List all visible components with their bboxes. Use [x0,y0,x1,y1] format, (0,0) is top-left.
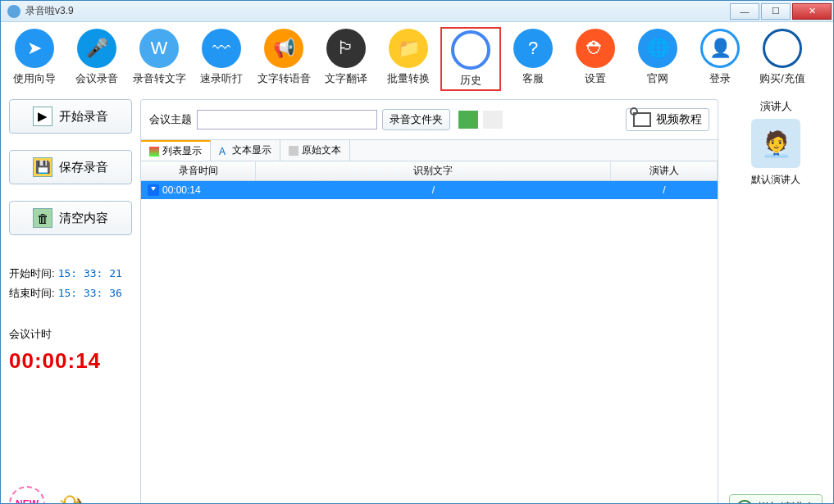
tab-raw-view[interactable]: 原始文本 [280,140,350,161]
toolbar-label: 登录 [709,71,731,86]
meeting-topic-input[interactable] [197,110,377,129]
minimize-button[interactable]: — [730,3,759,20]
title-bar: 录音啦v3.9 — ☐ ✕ [1,1,833,22]
login-button-icon: 👤 [700,29,740,68]
purchase-button[interactable]: $购买/充值 [752,27,813,91]
recording-folder-button[interactable]: 录音文件夹 [382,109,450,130]
batch-convert-button-icon: 📁 [389,29,428,68]
col-time: 录音时间 [141,161,256,180]
toolbar-label: 客服 [522,71,544,86]
start-time-label: 开始时间: [9,267,55,279]
save-icon: 💾 [33,157,52,177]
batch-convert-button[interactable]: 📁批量转换 [378,27,439,91]
website-button-icon: 🌐 [638,29,677,68]
close-button[interactable]: ✕ [792,3,832,20]
meeting-timer-value: 00:00:14 [9,348,132,374]
list-icon [149,147,159,157]
start-recording-button[interactable]: ▶开始录音 [9,99,132,134]
audio-to-text-button[interactable]: W录音转文字 [129,27,189,91]
toolbar-label: 速录听打 [200,71,243,86]
tab-text-view[interactable]: A文本显示 [211,140,280,161]
speaker-avatar[interactable]: 🧑‍💼 [751,119,800,168]
meeting-timer-label: 会议计时 [9,327,132,342]
translate-button[interactable]: 🏳文字翻译 [316,27,376,91]
end-time-label: 结束时间: [9,287,55,299]
shorthand-button[interactable]: 〰速录听打 [191,27,252,91]
play-icon: ▶ [33,107,52,126]
toolbar-label: 使用向导 [13,71,56,86]
table-header: 录音时间 识别文字 演讲人 [141,161,718,181]
clear-content-button[interactable]: 🗑清空内容 [9,201,132,235]
guide-button-icon: ➤ [15,29,54,68]
right-panel: 演讲人 🧑‍💼 默认演讲人 +增加演讲人 [727,99,825,504]
record-meeting-button-icon: 🎤 [77,29,116,68]
toolbar-label: 购买/充值 [759,71,805,86]
history-button[interactable]: ↻历史 [440,27,501,91]
plus-icon: + [736,500,753,504]
maximize-button[interactable]: ☐ [761,3,791,20]
download-icon [148,184,159,196]
toolbar-label: 会议录音 [75,71,118,86]
toolbar-label: 录音转文字 [133,71,186,86]
left-panel: ▶开始录音 💾保存录音 🗑清空内容 开始时间:15: 33: 21 结束时间:1… [9,99,132,504]
color-swatch-grey[interactable] [483,111,503,129]
video-tutorial-button[interactable]: 视频教程 [626,108,709,131]
add-speaker-button[interactable]: +增加演讲人 [729,494,823,504]
toolbar-label: 批量转换 [387,71,430,86]
purchase-button-icon: $ [763,29,802,68]
col-recognized: 识别文字 [256,161,611,180]
audio-to-text-button-icon: W [139,29,179,68]
table-body: 00:00:14// [141,181,718,504]
text-to-speech-button[interactable]: 📢文字转语音 [253,27,314,91]
toolbar-label: 文字转语音 [257,71,311,86]
col-speaker: 演讲人 [611,161,718,180]
record-meeting-button[interactable]: 🎤会议录音 [66,27,127,91]
center-panel: 会议主题 录音文件夹 视频教程 列表显示 A文本显示 原始文本 录音时间 识别文… [140,99,718,504]
settings-button[interactable]: ⛑设置 [565,27,626,91]
main-toolbar: ➤使用向导🎤会议录音W录音转文字〰速录听打📢文字转语音🏳文字翻译📁批量转换↻历史… [1,22,833,94]
tab-list-view[interactable]: 列表显示 [141,140,211,161]
color-swatch-green[interactable] [458,111,478,129]
toolbar-label: 官网 [647,71,668,86]
app-icon [7,5,21,18]
save-recording-button[interactable]: 💾保存录音 [9,150,132,184]
speaker-panel-title: 演讲人 [760,99,792,114]
shorthand-button-icon: 〰 [202,29,241,68]
window-title: 录音啦v3.9 [25,4,728,18]
raw-icon [289,146,299,156]
text-icon: A [219,146,229,156]
settings-button-icon: ⛑ [576,29,615,68]
default-speaker-label: 默认演讲人 [751,173,800,187]
table-row[interactable]: 00:00:14// [141,181,718,199]
support-button[interactable]: ?客服 [503,27,563,91]
new-badge-icon[interactable]: NEW [9,486,45,504]
start-time-value: 15: 33: 21 [58,267,122,279]
guide-button[interactable]: ➤使用向导 [4,27,65,91]
camera-icon [633,112,651,127]
login-button[interactable]: 👤登录 [690,27,750,91]
end-time-value: 15: 33: 36 [58,287,122,299]
toolbar-label: 文字翻译 [325,71,367,86]
trash-icon: 🗑 [33,208,52,228]
support-button-icon: ? [513,29,553,68]
horn-icon[interactable]: 📯 [53,486,89,504]
history-button-icon: ↻ [451,30,490,70]
view-tabs: 列表显示 A文本显示 原始文本 [141,139,718,161]
text-to-speech-button-icon: 📢 [264,29,303,68]
translate-button-icon: 🏳 [326,29,366,68]
website-button[interactable]: 🌐官网 [627,27,688,91]
meeting-topic-label: 会议主题 [149,112,192,127]
toolbar-label: 设置 [585,71,606,86]
toolbar-label: 历史 [460,73,481,88]
